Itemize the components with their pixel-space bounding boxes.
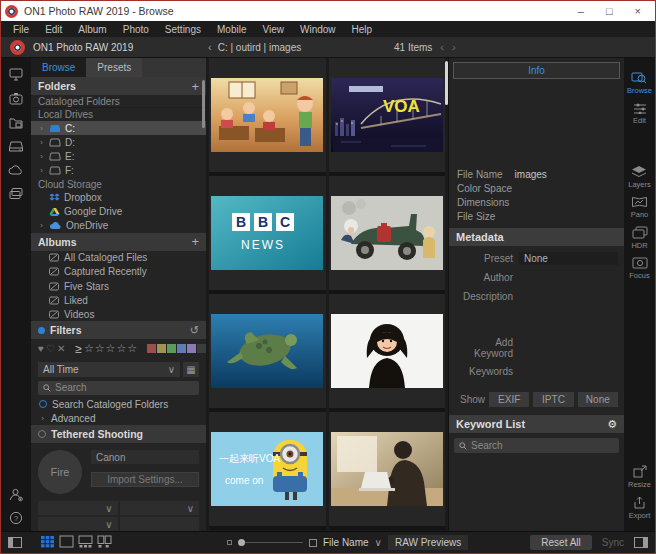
tethered-panel-header[interactable]: Tethered Shooting: [31, 425, 206, 443]
tethered-dropdown[interactable]: ∨: [38, 517, 118, 531]
module-edit[interactable]: Edit: [633, 102, 647, 125]
cataloged-folders-label[interactable]: Cataloged Folders: [31, 95, 206, 108]
advanced-toggle[interactable]: › Advanced: [31, 411, 206, 425]
module-layers[interactable]: Layers: [628, 165, 651, 189]
drive-row-c[interactable]: › C:: [31, 121, 206, 135]
module-pano[interactable]: Pano: [631, 196, 649, 219]
greater-equal-icon[interactable]: ≥: [75, 342, 82, 356]
chevron-down-icon[interactable]: ∨: [375, 537, 382, 548]
filters-panel-header[interactable]: Filters ↺: [31, 321, 206, 339]
keyword-search-input[interactable]: Search: [454, 438, 619, 453]
slider-knob[interactable]: [238, 539, 245, 546]
album-captured-recently[interactable]: Captured Recently: [31, 265, 206, 279]
tethered-dropdown[interactable]: ∨: [38, 501, 118, 515]
color-swatch-blue[interactable]: [177, 344, 186, 353]
album-five-stars[interactable]: Five Stars: [31, 279, 206, 293]
cloud-row-onedrive[interactable]: › OneDrive: [31, 219, 206, 233]
cloud-row-google-drive[interactable]: Google Drive: [31, 205, 206, 219]
tool-export[interactable]: Export: [629, 496, 651, 520]
add-folder-icon[interactable]: +: [191, 79, 199, 94]
filter-reset-icon[interactable]: ↺: [190, 324, 199, 337]
author-field[interactable]: [519, 271, 618, 284]
fire-button[interactable]: Fire: [38, 450, 82, 494]
folders-panel-header[interactable]: Folders +: [31, 77, 206, 95]
time-range-select[interactable]: All Time ∨: [38, 362, 180, 377]
color-swatch-yellow[interactable]: [157, 344, 166, 353]
import-settings-button[interactable]: Import Settings...: [91, 472, 199, 487]
tab-presets[interactable]: Presets: [86, 58, 142, 77]
album-all-cataloged[interactable]: All Cataloged Files: [31, 251, 206, 265]
grid-view-icon[interactable]: [40, 534, 55, 552]
next-page-icon[interactable]: ›: [452, 41, 456, 53]
menu-window[interactable]: Window: [292, 24, 344, 35]
expand-chevron-icon[interactable]: ›: [38, 152, 45, 161]
search-cataloged-toggle[interactable]: Search Cataloged Folders: [31, 397, 206, 411]
expand-chevron-icon[interactable]: ›: [38, 138, 45, 147]
albums-panel-header[interactable]: Albums +: [31, 233, 206, 251]
prev-page-icon[interactable]: ‹: [440, 41, 444, 53]
reject-icon[interactable]: ✕: [57, 343, 65, 354]
photo-thumbnail-car-cartoon[interactable]: [329, 176, 446, 294]
like-icon[interactable]: ♥: [38, 343, 44, 354]
photo-thumbnail-bbc-news[interactable]: B B C NEWS: [209, 176, 326, 294]
module-hdr[interactable]: HDR: [631, 226, 647, 250]
description-field[interactable]: [519, 290, 618, 303]
detail-view-icon[interactable]: [59, 534, 74, 552]
close-button[interactable]: ×: [635, 5, 641, 17]
sidebar-scrollbar[interactable]: [202, 80, 205, 128]
color-swatch-gray[interactable]: [197, 344, 206, 353]
module-browse[interactable]: Browse: [627, 70, 652, 95]
drive-row-e[interactable]: › E:: [31, 149, 206, 163]
menu-file[interactable]: File: [5, 24, 37, 35]
expand-chevron-icon[interactable]: ›: [38, 221, 45, 230]
calendar-icon[interactable]: ▦: [183, 362, 199, 377]
drive-icon[interactable]: [8, 140, 24, 153]
folder-photos-icon[interactable]: [8, 116, 24, 129]
compare-view-icon[interactable]: [97, 534, 112, 552]
album-liked[interactable]: Liked: [31, 293, 206, 307]
tethered-dropdown[interactable]: [120, 517, 200, 531]
metadata-header[interactable]: Metadata: [449, 228, 624, 246]
menu-mobile[interactable]: Mobile: [209, 24, 254, 35]
color-swatch-green[interactable]: [167, 344, 176, 353]
grid-scrollbar[interactable]: [445, 61, 448, 105]
show-none-button[interactable]: None: [578, 392, 618, 407]
camera-icon[interactable]: [8, 92, 24, 105]
menu-help[interactable]: Help: [344, 24, 381, 35]
tethered-dropdown[interactable]: ∨: [120, 501, 200, 515]
camera-select[interactable]: Canon: [91, 450, 199, 464]
account-icon[interactable]: [9, 488, 24, 502]
cloud-icon[interactable]: [8, 164, 24, 176]
menu-view[interactable]: View: [254, 24, 292, 35]
color-swatch-purple[interactable]: [187, 344, 196, 353]
photo-thumbnail-voa-bridge[interactable]: VOA: [329, 58, 446, 176]
thumbnail-size-slider[interactable]: [238, 539, 303, 546]
filmstrip-view-icon[interactable]: [78, 534, 93, 552]
photo-thumbnail-woman[interactable]: [329, 294, 446, 412]
tethered-toggle-icon[interactable]: [38, 430, 46, 438]
photo-stack-icon[interactable]: [8, 187, 24, 200]
file-name-option-label[interactable]: File Name: [323, 537, 369, 548]
gear-icon[interactable]: ⚙: [607, 418, 617, 431]
drive-row-f[interactable]: › F:: [31, 164, 206, 178]
filter-search-input[interactable]: Search: [38, 381, 199, 395]
tool-resize[interactable]: Resize: [628, 465, 651, 489]
right-panel-toggle-icon[interactable]: [634, 534, 648, 552]
photo-thumbnail-minion[interactable]: 一起来听VOA come on: [209, 412, 326, 530]
menu-album[interactable]: Album: [70, 24, 114, 35]
color-swatch-red[interactable]: [147, 344, 156, 353]
star-rating-icons[interactable]: ☆☆☆☆☆: [84, 342, 138, 355]
dislike-icon[interactable]: ♡: [46, 343, 55, 354]
maximize-button[interactable]: □: [606, 5, 613, 17]
breadcrumb-path[interactable]: C: | outird | images: [218, 42, 302, 53]
album-videos[interactable]: Videos: [31, 307, 206, 321]
add-album-icon[interactable]: +: [191, 234, 199, 249]
drive-row-d[interactable]: › D:: [31, 135, 206, 149]
monitor-icon[interactable]: [8, 68, 24, 81]
expand-chevron-icon[interactable]: ›: [38, 166, 45, 175]
show-exif-button[interactable]: EXIF: [489, 392, 529, 407]
sync-button[interactable]: Sync: [602, 537, 624, 548]
photo-thumbnail-classroom[interactable]: [209, 58, 326, 176]
show-iptc-button[interactable]: IPTC: [533, 392, 573, 407]
module-focus[interactable]: Focus: [629, 257, 649, 280]
